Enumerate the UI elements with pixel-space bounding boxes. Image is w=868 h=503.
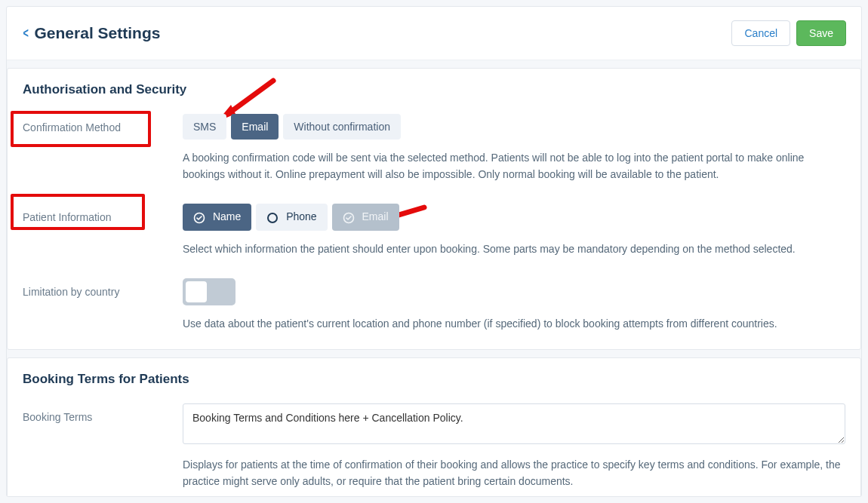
booking-section-title: Booking Terms for Patients [23, 372, 845, 387]
circle-icon [266, 212, 279, 224]
limitation-helper: Use data about the patient's current loc… [183, 316, 845, 333]
back-chevron-icon[interactable]: < [23, 26, 29, 41]
limitation-toggle[interactable] [183, 278, 235, 305]
patient-info-name-text: Name [213, 210, 241, 222]
patient-info-row: Patient Information Name [23, 204, 845, 257]
cancel-button[interactable]: Cancel [731, 20, 790, 46]
confirmation-method-helper: A booking confirmation code will be sent… [183, 150, 845, 182]
confirm-option-sms[interactable]: SMS [183, 114, 226, 140]
check-circle-icon [343, 212, 355, 224]
limitation-label: Limitation by country [23, 278, 159, 298]
patient-info-option-phone[interactable]: Phone [256, 204, 327, 230]
auth-security-card: Authorisation and Security Confirmation [7, 68, 861, 350]
patient-info-helper: Select which information the patient sho… [183, 241, 845, 258]
limitation-row: Limitation by country Use data about the… [23, 278, 845, 333]
confirmation-method-group: SMS Email Without confirmation [183, 114, 845, 140]
booking-terms-card: Booking Terms for Patients Booking Terms… [7, 357, 861, 496]
patient-info-option-email: Email [332, 204, 399, 230]
confirmation-method-label: Confirmation Method [23, 114, 159, 133]
patient-info-option-name[interactable]: Name [183, 204, 251, 230]
auth-section-title: Authorisation and Security [23, 82, 845, 97]
toggle-knob [186, 281, 207, 302]
patient-info-group: Name Phone Email [183, 204, 845, 230]
page-title: General Settings [35, 24, 161, 42]
svg-point-5 [268, 213, 277, 222]
booking-terms-row: Booking Terms Displays for patients at t… [23, 403, 845, 489]
confirm-option-email[interactable]: Email [231, 114, 279, 140]
confirm-option-without[interactable]: Without confirmation [283, 114, 401, 140]
patient-info-email-text: Email [362, 210, 389, 222]
booking-terms-textarea[interactable] [183, 403, 845, 444]
save-button[interactable]: Save [796, 20, 846, 46]
header-actions: Cancel Save [731, 20, 846, 46]
confirmation-method-row: Confirmation Method SMS Email Without co… [23, 114, 845, 182]
check-circle-icon [193, 212, 205, 224]
booking-terms-helper: Displays for patients at the time of con… [183, 457, 845, 489]
booking-terms-label: Booking Terms [23, 403, 159, 423]
page-header: < General Settings Cancel Save [7, 7, 861, 60]
patient-info-phone-text: Phone [286, 210, 316, 222]
patient-info-label: Patient Information [23, 204, 159, 223]
